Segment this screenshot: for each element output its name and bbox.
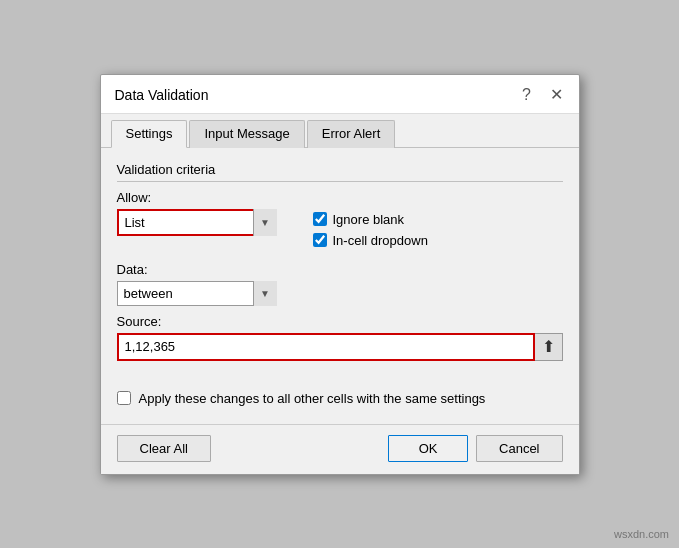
source-input[interactable] [117, 333, 535, 361]
in-cell-dropdown-label: In-cell dropdown [333, 233, 428, 248]
dialog-title: Data Validation [115, 87, 209, 103]
cancel-button[interactable]: Cancel [476, 435, 562, 462]
ignore-blank-label: Ignore blank [333, 212, 405, 227]
dialog-body: Validation criteria Allow: List Any valu… [101, 148, 579, 424]
in-cell-dropdown-row: In-cell dropdown [313, 233, 563, 248]
source-section: Source: ⬆ [117, 314, 563, 361]
titlebar-icons: ? ✕ [517, 85, 567, 105]
checkboxes-col: Ignore blank In-cell dropdown [313, 190, 563, 254]
allow-col: Allow: List Any value Whole number Decim… [117, 190, 297, 236]
apply-row: Apply these changes to all other cells w… [117, 381, 563, 406]
tab-settings[interactable]: Settings [111, 120, 188, 148]
ignore-blank-checkbox[interactable] [313, 212, 327, 226]
tab-bar: Settings Input Message Error Alert [101, 114, 579, 148]
ignore-blank-row: Ignore blank [313, 212, 563, 227]
apply-all-checkbox[interactable] [117, 391, 131, 405]
dialog-footer: Clear All OK Cancel [101, 424, 579, 474]
data-row: Data: between not between equal to not e… [117, 262, 563, 306]
source-row: ⬆ [117, 333, 563, 361]
data-label: Data: [117, 262, 297, 277]
tab-input-message[interactable]: Input Message [189, 120, 304, 148]
tab-error-alert[interactable]: Error Alert [307, 120, 396, 148]
data-select[interactable]: between not between equal to not equal t… [117, 281, 277, 306]
clear-all-button[interactable]: Clear All [117, 435, 211, 462]
footer-right: OK Cancel [388, 435, 562, 462]
footer-left: Clear All [117, 435, 211, 462]
data-col: Data: between not between equal to not e… [117, 262, 297, 306]
source-label: Source: [117, 314, 563, 329]
allow-select-wrapper: List Any value Whole number Decimal Date… [117, 209, 277, 236]
data-validation-dialog: Data Validation ? ✕ Settings Input Messa… [100, 74, 580, 475]
source-expand-button[interactable]: ⬆ [535, 333, 563, 361]
watermark: wsxdn.com [614, 528, 669, 540]
titlebar: Data Validation ? ✕ [101, 75, 579, 114]
allow-select[interactable]: List Any value Whole number Decimal Date… [117, 209, 277, 236]
expand-icon: ⬆ [542, 337, 555, 356]
ok-button[interactable]: OK [388, 435, 468, 462]
in-cell-dropdown-checkbox[interactable] [313, 233, 327, 247]
allow-row: Allow: List Any value Whole number Decim… [117, 190, 563, 254]
apply-all-label: Apply these changes to all other cells w… [139, 391, 486, 406]
data-select-wrapper: between not between equal to not equal t… [117, 281, 277, 306]
section-title: Validation criteria [117, 162, 563, 182]
help-button[interactable]: ? [517, 85, 537, 105]
allow-label: Allow: [117, 190, 297, 205]
close-button[interactable]: ✕ [547, 85, 567, 105]
